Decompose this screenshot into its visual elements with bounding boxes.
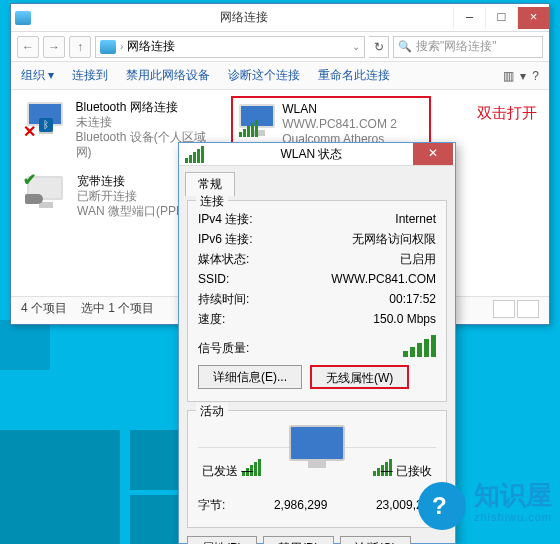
status-item-count: 4 个项目	[21, 300, 67, 317]
row-ipv6-value: 无网络访问权限	[352, 229, 436, 249]
status-selected-count: 选中 1 个项目	[81, 300, 154, 317]
row-media-label: 媒体状态:	[198, 249, 249, 269]
nav-back-button[interactable]: ←	[17, 36, 39, 58]
help-icon[interactable]: ?	[532, 69, 539, 83]
dialog-close-button[interactable]: ✕	[413, 143, 453, 165]
row-media-value: 已启用	[400, 249, 436, 269]
details-button[interactable]: 详细信息(E)...	[198, 365, 302, 389]
cmd-rename[interactable]: 重命名此连接	[318, 67, 390, 84]
cmd-disable[interactable]: 禁用此网络设备	[126, 67, 210, 84]
annotation-double-click: 双击打开	[477, 104, 537, 123]
wifi-bars-icon	[185, 146, 204, 163]
row-ssid-label: SSID:	[198, 269, 229, 289]
cmd-connect[interactable]: 连接到	[72, 67, 108, 84]
connection-group: 连接 IPv4 连接:Internet IPv6 连接:无网络访问权限 媒体状态…	[187, 200, 447, 402]
error-x-icon: ✕	[23, 122, 36, 141]
row-ipv4-value: Internet	[395, 209, 436, 229]
wireless-properties-button[interactable]: 无线属性(W)	[310, 365, 409, 389]
row-ssid-value: WWW.PC841.COM	[331, 269, 436, 289]
activity-group: 活动 已发送 — — 已接收 字节: 2,986,299 23,009,219	[187, 410, 447, 528]
row-duration-label: 持续时间:	[198, 289, 249, 309]
maximize-button[interactable]: □	[485, 7, 517, 29]
diagnose-button[interactable]: 诊断(G)	[340, 536, 411, 544]
dialog-titlebar: WLAN 状态 ✕	[179, 143, 455, 166]
group-label: 活动	[196, 403, 228, 420]
tab-strip: 常规	[179, 166, 455, 196]
titlebar: 网络连接 – □ ×	[11, 4, 549, 32]
chevron-down-icon[interactable]: ⌄	[352, 41, 360, 52]
window-title: 网络连接	[35, 9, 453, 26]
watermark-brand: 知识屋	[474, 484, 552, 506]
watermark-url: zhishiwu.com	[474, 506, 552, 528]
dialog-bottom-buttons: 属性(P) 禁用(D) 诊断(G)	[179, 532, 455, 544]
cmd-organize[interactable]: 组织 ▾	[21, 67, 54, 84]
wlan-status-dialog: WLAN 状态 ✕ 常规 连接 IPv4 连接:Internet IPv6 连接…	[178, 142, 456, 544]
monitor-icon: ✔	[25, 174, 69, 210]
breadcrumb[interactable]: › 网络连接 ⌄	[95, 36, 365, 58]
close-button[interactable]: ×	[517, 7, 549, 29]
watermark-icon	[418, 482, 466, 530]
refresh-button[interactable]: ↻	[369, 36, 389, 58]
view-tiles-button[interactable]	[517, 300, 539, 318]
signal-bars-icon	[239, 120, 258, 137]
item-status: WWW.PC841.COM 2	[282, 117, 425, 132]
nav-forward-button[interactable]: →	[43, 36, 65, 58]
row-speed-value: 150.0 Mbps	[373, 309, 436, 329]
monitor-icon	[237, 102, 274, 138]
row-ipv6-label: IPv6 连接:	[198, 229, 253, 249]
signal-bars-icon	[403, 335, 436, 357]
command-bar: 组织 ▾ 连接到 禁用此网络设备 诊断这个连接 重命名此连接 ▥ ▾ ?	[11, 62, 549, 90]
checkmark-icon: ✔	[23, 170, 36, 189]
address-bar: ← → ↑ › 网络连接 ⌄ ↻ 🔍 搜索"网络连接"	[11, 32, 549, 62]
item-name: Bluetooth 网络连接	[76, 100, 217, 115]
view-details-button[interactable]	[493, 300, 515, 318]
signal-quality-label: 信号质量:	[198, 340, 249, 357]
bytes-sent-value: 2,986,299	[225, 495, 376, 515]
minimize-button[interactable]: –	[453, 7, 485, 29]
row-speed-label: 速度:	[198, 309, 225, 329]
row-duration-value: 00:17:52	[389, 289, 436, 309]
recv-label: — 已接收	[381, 463, 432, 480]
disable-button[interactable]: 禁用(D)	[263, 536, 334, 544]
nav-up-button[interactable]: ↑	[69, 36, 91, 58]
bytes-label: 字节:	[198, 495, 225, 515]
search-placeholder: 搜索"网络连接"	[416, 38, 497, 55]
path-icon	[100, 40, 116, 54]
dialog-title: WLAN 状态	[210, 146, 413, 163]
monitor-icon	[289, 425, 345, 468]
window-icon	[15, 11, 31, 25]
row-ipv4-label: IPv4 连接:	[198, 209, 253, 229]
monitor-icon: ✕ ᛒ	[25, 100, 68, 136]
breadcrumb-label: 网络连接	[127, 38, 175, 55]
bluetooth-icon: ᛒ	[39, 118, 53, 132]
sent-label: 已发送 —	[202, 463, 253, 480]
group-label: 连接	[196, 193, 228, 210]
cmd-diagnose[interactable]: 诊断这个连接	[228, 67, 300, 84]
chevron-right-icon: ›	[120, 41, 123, 52]
properties-button[interactable]: 属性(P)	[187, 536, 257, 544]
item-name: WLAN	[282, 102, 425, 117]
search-input[interactable]: 🔍 搜索"网络连接"	[393, 36, 543, 58]
item-status: 未连接	[76, 115, 217, 130]
plug-icon	[25, 194, 43, 204]
watermark: 知识屋 zhishiwu.com	[418, 482, 552, 530]
search-icon: 🔍	[398, 40, 412, 53]
view-dropdown-icon[interactable]: ▾	[520, 69, 526, 83]
view-icon[interactable]: ▥	[503, 69, 514, 83]
